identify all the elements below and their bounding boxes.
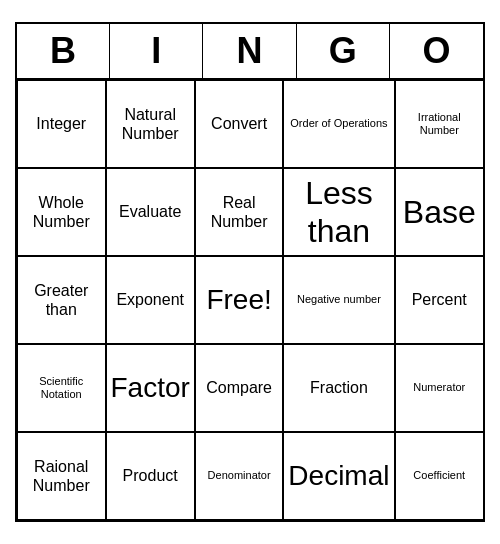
cell-text-7: Real Number xyxy=(200,193,279,231)
cell-text-11: Exponent xyxy=(116,290,184,309)
header-letter-b: B xyxy=(17,24,110,78)
bingo-cell-8: Less than xyxy=(283,168,394,256)
bingo-cell-11: Exponent xyxy=(106,256,195,344)
header-letter-n: N xyxy=(203,24,296,78)
bingo-cell-2: Convert xyxy=(195,80,284,168)
header-letter-g: G xyxy=(297,24,390,78)
bingo-cell-23: Decimal xyxy=(283,432,394,520)
cell-text-17: Compare xyxy=(206,378,272,397)
bingo-cell-21: Product xyxy=(106,432,195,520)
cell-text-8: Less than xyxy=(288,174,389,251)
bingo-cell-22: Denominator xyxy=(195,432,284,520)
cell-text-1: Natural Number xyxy=(111,105,190,143)
bingo-cell-7: Real Number xyxy=(195,168,284,256)
bingo-grid: IntegerNatural NumberConvertOrder of Ope… xyxy=(17,80,483,520)
bingo-cell-0: Integer xyxy=(17,80,106,168)
bingo-cell-9: Base xyxy=(395,168,484,256)
cell-text-14: Percent xyxy=(412,290,467,309)
cell-text-19: Numerator xyxy=(413,381,465,394)
cell-text-12: Free! xyxy=(206,283,271,317)
bingo-header: BINGO xyxy=(17,24,483,80)
bingo-cell-18: Fraction xyxy=(283,344,394,432)
bingo-card: BINGO IntegerNatural NumberConvertOrder … xyxy=(15,22,485,522)
bingo-cell-12: Free! xyxy=(195,256,284,344)
cell-text-6: Evaluate xyxy=(119,202,181,221)
cell-text-20: Raional Number xyxy=(22,457,101,495)
cell-text-16: Factor xyxy=(111,371,190,405)
cell-text-4: Irrational Number xyxy=(400,111,480,137)
bingo-cell-4: Irrational Number xyxy=(395,80,484,168)
bingo-cell-6: Evaluate xyxy=(106,168,195,256)
cell-text-22: Denominator xyxy=(208,469,271,482)
bingo-cell-5: Whole Number xyxy=(17,168,106,256)
bingo-cell-24: Coefficient xyxy=(395,432,484,520)
cell-text-2: Convert xyxy=(211,114,267,133)
cell-text-9: Base xyxy=(403,193,476,231)
bingo-cell-14: Percent xyxy=(395,256,484,344)
cell-text-10: Greater than xyxy=(22,281,101,319)
bingo-cell-16: Factor xyxy=(106,344,195,432)
bingo-cell-17: Compare xyxy=(195,344,284,432)
cell-text-18: Fraction xyxy=(310,378,368,397)
bingo-cell-15: Scientific Notation xyxy=(17,344,106,432)
bingo-cell-1: Natural Number xyxy=(106,80,195,168)
cell-text-13: Negative number xyxy=(297,293,381,306)
header-letter-o: O xyxy=(390,24,483,78)
bingo-cell-13: Negative number xyxy=(283,256,394,344)
bingo-cell-3: Order of Operations xyxy=(283,80,394,168)
cell-text-24: Coefficient xyxy=(413,469,465,482)
cell-text-15: Scientific Notation xyxy=(22,375,101,401)
bingo-cell-20: Raional Number xyxy=(17,432,106,520)
cell-text-3: Order of Operations xyxy=(290,117,387,130)
bingo-cell-10: Greater than xyxy=(17,256,106,344)
cell-text-21: Product xyxy=(123,466,178,485)
header-letter-i: I xyxy=(110,24,203,78)
bingo-cell-19: Numerator xyxy=(395,344,484,432)
cell-text-23: Decimal xyxy=(288,459,389,493)
cell-text-5: Whole Number xyxy=(22,193,101,231)
cell-text-0: Integer xyxy=(36,114,86,133)
